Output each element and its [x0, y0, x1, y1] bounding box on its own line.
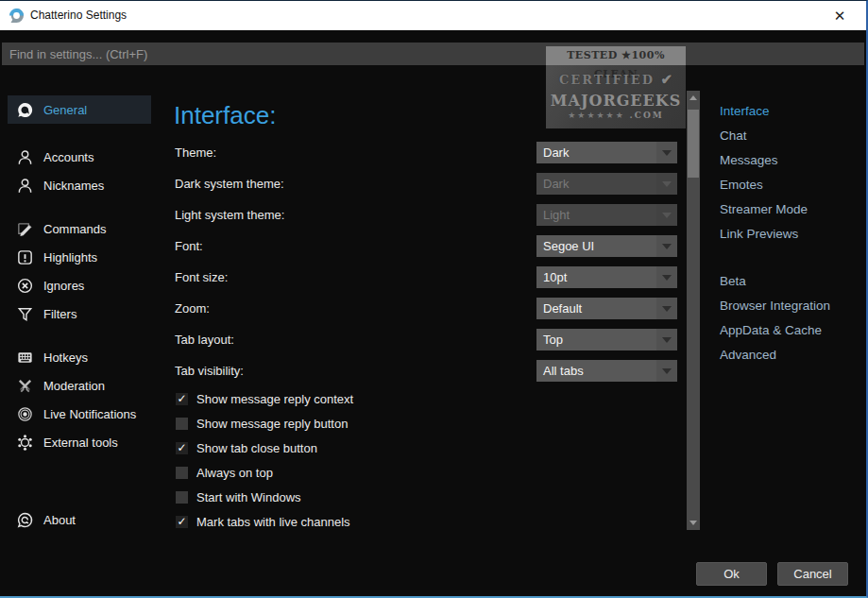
scroll-up-icon[interactable] — [687, 91, 700, 105]
quick-nav-link-chat[interactable]: Chat — [720, 128, 747, 145]
quick-nav-link-appdata-cache[interactable]: AppData & Cache — [720, 322, 822, 339]
checkbox-label: Show message reply context — [196, 392, 353, 406]
settings-window: Chatterino Settings ✕ General Accounts N… — [0, 0, 868, 598]
checkbox-label: Show tab close button — [196, 441, 317, 455]
sidebar-item-label: External tools — [43, 436, 118, 450]
content-scrollbar[interactable] — [687, 91, 700, 530]
sidebar-item-label: Live Notifications — [43, 407, 136, 421]
zoom-dropdown[interactable]: Default — [536, 298, 677, 319]
dropdown-selected-value: All tabs — [543, 364, 584, 378]
field-label: Tab layout: — [175, 329, 458, 350]
sidebar-item-label: Hotkeys — [43, 350, 88, 365]
search-input[interactable] — [2, 43, 864, 65]
sidebar-item-hotkeys[interactable]: Hotkeys — [8, 343, 151, 371]
quick-nav-link-messages[interactable]: Messages — [720, 152, 778, 169]
dropdown-selected-value: Dark — [543, 177, 569, 191]
quick-nav-link-interface[interactable]: Interface — [720, 103, 770, 120]
quick-nav-link-browser-integration[interactable]: Browser Integration — [720, 298, 830, 315]
font-size-dropdown[interactable]: 10pt — [536, 266, 677, 288]
sidebar-item-commands[interactable]: Commands — [8, 214, 151, 243]
sidebar-item-external-tools[interactable]: External tools — [8, 428, 151, 456]
sidebar-item-label: Commands — [43, 222, 106, 236]
ok-button[interactable]: Ok — [696, 562, 767, 586]
window-title: Chatterino Settings — [30, 9, 127, 22]
sidebar-item-filters[interactable]: Filters — [8, 299, 151, 328]
checkbox-icon[interactable]: ✓ — [176, 516, 188, 528]
theme-dropdown[interactable]: Dark — [536, 142, 677, 163]
light-system-theme-dropdown: Light — [536, 204, 677, 226]
person-icon — [15, 176, 34, 195]
chevron-down-icon — [656, 298, 677, 319]
checkbox-row-mark-tabs-with-live-channels[interactable]: ✓Mark tabs with live channels — [176, 514, 350, 529]
chevron-down-icon — [656, 266, 677, 288]
tab-visibility-dropdown[interactable]: All tabs — [536, 360, 677, 382]
quick-nav-link-link-previews[interactable]: Link Previews — [720, 226, 798, 243]
close-button[interactable]: ✕ — [821, 1, 859, 30]
watermark-certified: CERTIFIED — [559, 73, 655, 87]
field-label: Font size: — [175, 266, 458, 288]
concentric-rings-icon — [15, 404, 34, 423]
crossed-swords-icon — [15, 376, 34, 395]
checkbox-icon[interactable] — [176, 467, 188, 479]
quick-nav-link-advanced[interactable]: Advanced — [720, 347, 776, 364]
sidebar-item-nicknames[interactable]: Nicknames — [8, 171, 151, 199]
quick-nav-link-streamer-mode[interactable]: Streamer Mode — [720, 201, 808, 218]
watermark-majorgeeks: MAJORGEEKS — [546, 92, 686, 110]
field-label: Zoom: — [175, 298, 458, 319]
sidebar-item-label: Filters — [43, 307, 77, 321]
sidebar-item-label: Accounts — [43, 150, 94, 164]
checkbox-icon[interactable]: ✓ — [176, 393, 188, 405]
cancel-button[interactable]: Cancel — [777, 562, 848, 586]
chatterino-logo-icon — [15, 100, 34, 119]
page-title: Interface: — [174, 101, 276, 130]
person-icon — [15, 147, 34, 166]
field-label: Font: — [175, 235, 458, 257]
checkbox-icon[interactable] — [176, 491, 188, 504]
chatterino-outline-icon — [15, 510, 34, 529]
sidebar-item-moderation[interactable]: Moderation — [8, 371, 151, 400]
checkbox-row-start-with-windows[interactable]: Start with Windows — [176, 489, 301, 504]
chevron-down-icon — [656, 142, 677, 163]
chevron-down-icon — [656, 204, 677, 226]
quick-nav-link-beta[interactable]: Beta — [720, 273, 746, 290]
majorgeeks-watermark: TESTED ★100% CLEAN CERTIFIED ✔ MAJORGEEK… — [546, 46, 686, 128]
sidebar-item-live-notifications[interactable]: Live Notifications — [8, 400, 151, 428]
watermark-com: .COM — [630, 111, 664, 120]
checkbox-icon[interactable]: ✓ — [176, 442, 188, 454]
sidebar-item-accounts[interactable]: Accounts — [8, 143, 151, 171]
font-dropdown[interactable]: Segoe UI — [536, 235, 677, 257]
chatterino-app-icon — [9, 8, 25, 24]
dropdown-selected-value: Default — [543, 301, 582, 316]
sidebar-item-label: Ignores — [43, 279, 84, 293]
checkbox-row-show-message-reply-button[interactable]: Show message reply button — [176, 416, 348, 431]
dropdown-selected-value: Light — [543, 208, 570, 222]
checkbox-row-show-tab-close-button[interactable]: ✓Show tab close button — [176, 440, 317, 455]
sidebar-item-label: Moderation — [43, 379, 105, 393]
titlebar[interactable]: Chatterino Settings ✕ — [0, 1, 866, 30]
dropdown-selected-value: 10pt — [543, 270, 567, 284]
chevron-down-icon — [656, 329, 677, 350]
checkbox-row-always-on-top[interactable]: Always on top — [176, 465, 273, 480]
field-label: Theme: — [175, 142, 458, 163]
tab-layout-dropdown[interactable]: Top — [536, 329, 677, 350]
field-label: Tab visibility: — [175, 360, 458, 382]
watermark-line1: TESTED ★100% CLEAN — [546, 46, 686, 65]
checkbox-label: Start with Windows — [196, 490, 301, 504]
quick-nav-link-emotes[interactable]: Emotes — [720, 177, 763, 194]
sidebar-item-highlights[interactable]: Highlights — [8, 243, 151, 271]
field-label: Light system theme: — [175, 204, 458, 226]
checkbox-row-show-message-reply-context[interactable]: ✓Show message reply context — [176, 391, 353, 406]
sidebar-item-label: About — [43, 513, 76, 527]
chevron-down-icon — [656, 235, 677, 257]
dropdown-selected-value: Dark — [543, 145, 569, 160]
funnel-icon — [15, 304, 34, 323]
dropdown-selected-value: Segoe UI — [543, 239, 594, 253]
sidebar-item-general[interactable]: General — [8, 95, 151, 124]
sidebar-item-ignores[interactable]: Ignores — [8, 271, 151, 299]
watermark-check-icon: ✔ — [661, 71, 673, 88]
checkbox-icon[interactable] — [176, 418, 188, 430]
sidebar-item-about[interactable]: About — [8, 505, 151, 534]
sidebar-item-label: General — [43, 103, 87, 117]
scrollbar-thumb[interactable] — [688, 110, 699, 178]
scroll-down-icon[interactable] — [687, 516, 700, 530]
